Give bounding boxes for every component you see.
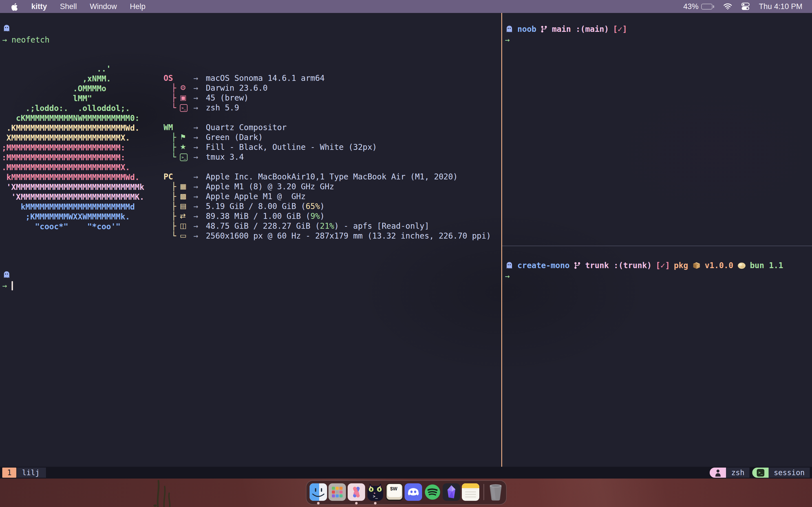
kitty-terminal-window: → neofetch ..' ,xNMM. .OMMMMo lMM" .;lod… (0, 13, 812, 478)
tree-branch-glyph: └ (171, 231, 176, 240)
info-value: Fill - Black, Outline - White (32px) (206, 143, 377, 152)
arrow-glyph: → (193, 172, 198, 181)
dock-divider (484, 484, 485, 500)
prompt-ghost (2, 24, 11, 34)
prompt-arrow: → (2, 281, 7, 290)
tree-branch-glyph: ├ (171, 192, 176, 201)
info-value: 48.75 GiB / 228.27 GiB (21%) - apfs [Rea… (206, 221, 429, 231)
shell-icon: >_ (180, 104, 188, 112)
ghost-icon (505, 261, 513, 270)
obsidian-icon (443, 483, 460, 501)
arrow-glyph: → (193, 133, 198, 142)
info-section-label: OS (163, 73, 173, 83)
info-value: Apple Inc. MacBookAir10,1 Type MacBook A… (206, 172, 458, 181)
menu-bar: kitty Shell Window Help 43% (0, 0, 812, 13)
dock-item-finder[interactable] (309, 483, 328, 505)
shell-prompt-line: noobmain :(main)[✓] (505, 24, 812, 34)
tree-branch-glyph: ├ (171, 93, 176, 103)
shell-prompt-arrow-line: → (505, 271, 812, 281)
tmux-pane-right-bottom[interactable]: create-monotrunk :(trunk)[✓]pkgv1.0.0bun… (502, 246, 812, 467)
dock-item-arc[interactable] (347, 483, 366, 505)
battery-icon (701, 4, 712, 10)
arrow-glyph: → (193, 83, 198, 93)
info-section-label: WM (163, 123, 173, 132)
memory-icon: ▤ (180, 202, 187, 210)
dock-item-launchpad[interactable] (328, 483, 347, 505)
battery-tip (713, 5, 714, 8)
wifi-icon[interactable] (723, 3, 732, 10)
tree-branch-glyph: └ (171, 152, 176, 162)
apple-menu-icon[interactable] (11, 2, 18, 11)
dock-item-obsidian[interactable] (442, 483, 461, 505)
git-branch-icon (540, 25, 548, 34)
tree-branch-glyph: ├ (171, 212, 176, 221)
keycap-icon: $W (386, 483, 403, 501)
menu-app-name[interactable]: kitty (31, 2, 47, 11)
prompt-line-active[interactable]: → (2, 281, 13, 291)
prompt-segment: v1.0.0 (705, 261, 733, 270)
gpu-icon: ▩ (180, 192, 187, 200)
info-value: Apple Apple M1 @ GHz (206, 192, 306, 201)
status-shell-label: zsh (726, 467, 749, 478)
gear-icon: ⚙ (180, 83, 186, 92)
git-branch-icon (573, 261, 581, 270)
dock-item-trash[interactable] (488, 483, 504, 505)
terminal-icon: >_ (180, 154, 188, 161)
finder-icon (310, 483, 327, 501)
wallpaper-grass (149, 478, 203, 507)
prompt-segment: create-mono (517, 261, 569, 270)
menu-item-shell[interactable]: Shell (60, 2, 77, 11)
dock-item-kitty[interactable]: >_ (366, 483, 385, 505)
battery-status[interactable]: 43% (683, 2, 714, 11)
tmux-status-bar: 1 lilj zsh >_ session (0, 467, 812, 478)
prompt-segment: [✓] (613, 24, 627, 34)
tree-branch-glyph: ├ (171, 202, 176, 211)
info-value: Apple M1 (8) @ 3.20 GHz GHz (206, 182, 334, 191)
info-value: 2560x1600 px @ 60 Hz - 287x179 mm (13.32… (206, 231, 491, 240)
launchpad-icon (328, 483, 346, 501)
package-emoji-icon (692, 261, 701, 270)
tree-branch-glyph: ├ (171, 182, 176, 191)
dock-item-keycap[interactable]: $W (385, 483, 404, 505)
prompt-arrow: → (2, 35, 7, 45)
arrow-glyph: → (193, 192, 198, 201)
dock-item-spotify[interactable] (423, 483, 442, 505)
prompt-segment: pkg (674, 261, 688, 270)
info-value: 89.38 MiB / 1.00 GiB (9%) (206, 212, 324, 221)
discord-icon (405, 483, 422, 501)
cursor (11, 281, 13, 290)
tmux-pane-left[interactable]: → neofetch ..' ,xNMM. .OMMMMo lMM" .;lod… (0, 13, 502, 467)
prompt-line: → neofetch (2, 35, 50, 45)
spotify-icon (424, 483, 441, 501)
arrow-glyph: → (193, 212, 198, 221)
tmux-pane-right-top[interactable]: noobmain :(main)[✓]→ (502, 13, 812, 246)
trash-icon (489, 483, 503, 501)
dock-item-notes[interactable] (461, 483, 480, 505)
info-value: macOS Sonoma 14.6.1 arm64 (206, 73, 324, 83)
prompt-segment: main :(main) (552, 24, 609, 34)
info-value: zsh 5.9 (206, 103, 239, 112)
menu-item-help[interactable]: Help (130, 2, 146, 11)
prompt-segment: trunk :(trunk) (585, 261, 652, 270)
menu-item-window[interactable]: Window (90, 2, 117, 11)
arrow-glyph: → (193, 123, 198, 132)
bun-icon (737, 262, 746, 269)
prompt-arrow: → (505, 35, 510, 45)
window-name[interactable]: lilj (17, 467, 46, 478)
window-index-badge[interactable]: 1 (2, 467, 16, 478)
info-value: Darwin 23.6.0 (206, 83, 267, 93)
tree-branch-glyph: ├ (171, 133, 176, 142)
command-text: neofetch (11, 35, 50, 45)
dock-item-discord[interactable] (404, 483, 423, 505)
control-center-icon[interactable] (741, 2, 750, 11)
display-icon: ▭ (180, 231, 187, 240)
ghost-icon (2, 25, 11, 35)
info-value: tmux 3.4 (206, 152, 244, 162)
info-value: 5.19 GiB / 8.00 GiB (65%) (206, 202, 324, 211)
menu-clock[interactable]: Thu 4:10 PM (759, 2, 802, 11)
prompt-ghost (2, 270, 11, 280)
arrow-glyph: → (193, 73, 198, 83)
ghost-icon (505, 24, 513, 34)
keycap-label: $W (388, 484, 402, 497)
cpu-icon: ▦ (180, 182, 187, 190)
